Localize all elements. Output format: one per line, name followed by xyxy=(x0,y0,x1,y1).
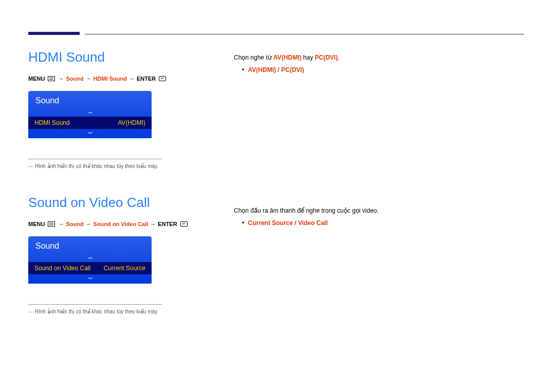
note-divider xyxy=(28,159,162,159)
note-divider xyxy=(28,304,162,305)
osd-row-label: Sound on Video Call xyxy=(34,265,90,272)
breadcrumb-menu-label: MENU xyxy=(28,76,45,82)
header-divider xyxy=(85,34,524,34)
bullet-option-b: Video Call xyxy=(298,219,328,227)
enter-icon xyxy=(159,76,166,81)
breadcrumb-path2: Sound on Video Call xyxy=(94,221,149,227)
chevron-up-icon[interactable] xyxy=(28,253,152,262)
osd-selected-row[interactable]: Sound on Video Call Current Source xyxy=(28,262,152,274)
left-column: HDMI Sound MENU → Sound → HDMI Sound → E… xyxy=(28,31,213,314)
osd-menu-title: Sound xyxy=(28,91,152,107)
breadcrumb-enter-label: ENTER xyxy=(158,221,177,227)
menu-icon xyxy=(48,76,55,81)
desc-text-part: Chọn nghe từ xyxy=(234,54,273,61)
breadcrumb-menu-label: MENU xyxy=(28,221,45,227)
breadcrumb-enter-label: ENTER xyxy=(137,76,156,82)
right-column: Chọn nghe từ AV(HDMI) hay PC(DVI). AV(HD… xyxy=(234,31,527,227)
header-accent-bar xyxy=(28,32,80,35)
bullet-video-call-options: Current Source / Video Call xyxy=(242,219,527,227)
note-text: Hình ảnh hiển thị có thể khác nhau tùy t… xyxy=(28,163,213,169)
chevron-up-icon[interactable] xyxy=(28,107,152,117)
section-title-sound-video-call: Sound on Video Call xyxy=(28,195,213,211)
breadcrumb-arrow: → xyxy=(129,76,135,82)
chevron-down-icon[interactable] xyxy=(28,274,152,284)
desc-hdmi: Chọn nghe từ AV(HDMI) hay PC(DVI). xyxy=(234,54,527,61)
osd-menu-title: Sound xyxy=(28,236,152,253)
breadcrumb-arrow: → xyxy=(86,221,91,227)
bullet-hdmi-options: AV(HDMI) / PC(DVI) xyxy=(242,66,527,73)
desc-option-b: PC(DVI) xyxy=(315,54,338,61)
breadcrumb-video-call: MENU → Sound → Sound on Video Call → ENT… xyxy=(28,221,213,227)
breadcrumb-path2: HDMI Sound xyxy=(94,76,127,82)
osd-row-label: HDMI Sound xyxy=(34,119,70,126)
enter-icon xyxy=(180,221,188,227)
desc-video-call: Chọn đầu ra âm thanh để nghe trong cuộc … xyxy=(234,207,527,214)
breadcrumb-hdmi: MENU → Sound → HDMI Sound → ENTER xyxy=(28,76,213,82)
section-title-hdmi-sound: HDMI Sound xyxy=(28,49,213,65)
bullet-separator: / xyxy=(293,219,298,227)
bullet-separator: / xyxy=(276,66,281,73)
osd-row-value: AV(HDMI) xyxy=(118,119,145,126)
breadcrumb-arrow: → xyxy=(58,76,64,82)
breadcrumb-path1: Sound xyxy=(66,76,83,82)
note-text: Hình ảnh hiển thị có thể khác nhau tùy t… xyxy=(28,309,213,314)
desc-option-a: AV(HDMI) xyxy=(273,54,301,61)
osd-menu-hdmi-sound: Sound HDMI Sound AV(HDMI) xyxy=(28,91,152,138)
menu-icon xyxy=(48,221,55,227)
chevron-down-icon[interactable] xyxy=(28,129,152,138)
bullet-option-a: AV(HDMI) xyxy=(248,66,276,73)
breadcrumb-path1: Sound xyxy=(66,221,83,227)
desc-text-part: hay xyxy=(301,54,314,61)
osd-row-value: Current Source xyxy=(104,265,145,272)
desc-text-part: . xyxy=(338,54,339,61)
bullet-option-a: Current Source xyxy=(248,219,293,227)
breadcrumb-arrow: → xyxy=(86,76,91,82)
osd-menu-video-call: Sound Sound on Video Call Current Source xyxy=(28,236,152,284)
bullet-option-b: PC(DVI) xyxy=(281,66,304,73)
osd-selected-row[interactable]: HDMI Sound AV(HDMI) xyxy=(28,117,152,129)
breadcrumb-arrow: → xyxy=(58,221,64,227)
right-section-2: Chọn đầu ra âm thanh để nghe trong cuộc … xyxy=(234,207,527,227)
breadcrumb-arrow: → xyxy=(150,221,156,227)
